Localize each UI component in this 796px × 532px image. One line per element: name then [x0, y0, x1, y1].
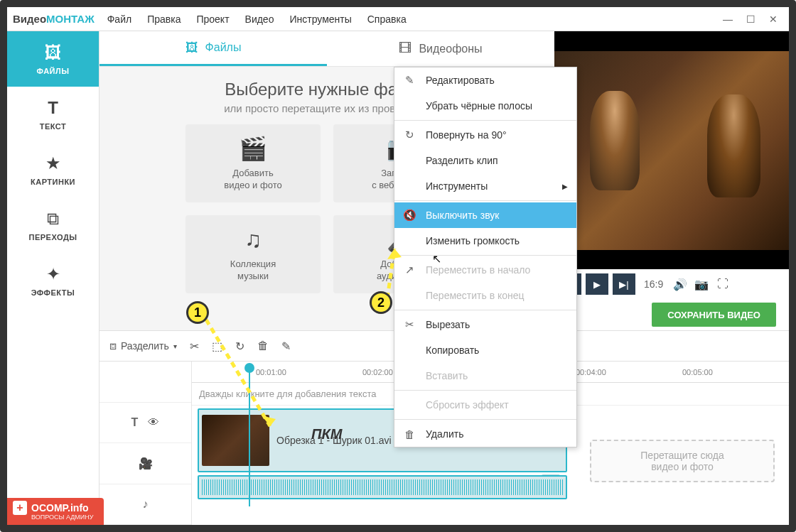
card-add-video[interactable]: 🎬Добавить видео и фото	[185, 124, 321, 202]
tab-videobg[interactable]: 🎞Видеофоны	[327, 31, 554, 66]
transitions-icon: ⧉	[47, 209, 59, 229]
minimize-button[interactable]: —	[718, 11, 738, 27]
menu-edit[interactable]: Правка	[147, 13, 181, 25]
annotation-marker-2: 2	[370, 291, 392, 314]
audio-clip[interactable]	[198, 475, 567, 499]
text-track-icon: T	[131, 416, 139, 429]
drop-zone[interactable]: Перетащите сюда видео и фото	[590, 440, 775, 482]
ctx-rotate[interactable]: ↻Повернуть на 90°	[394, 122, 576, 148]
split-icon: ⧈	[109, 340, 117, 352]
menu-tools[interactable]: Инструменты	[289, 13, 351, 25]
ctx-move-start: ↗Переместить в начало	[394, 257, 576, 283]
picture-icon: 🖼	[185, 40, 198, 55]
ctx-delete[interactable]: 🗑Удалить	[394, 421, 576, 447]
annotation-marker-1: 1	[186, 301, 209, 324]
main-menu: Файл Правка Проект Видео Инструменты Спр…	[107, 13, 718, 25]
maximize-button[interactable]: ☐	[741, 11, 760, 27]
ctx-cut[interactable]: ✂Вырезать	[394, 312, 576, 337]
ctx-paste: Вставить	[394, 363, 576, 389]
titlebar: ВидеоМОНТАЖ Файл Правка Проект Видео Инс…	[7, 7, 789, 31]
ctx-reset-effect: Сбросить эффект	[394, 392, 576, 418]
watermark: OCOMP.infoВОПРОСЫ АДМИНУ	[7, 498, 104, 525]
ctx-split[interactable]: Разделить клип	[394, 148, 576, 173]
play-button[interactable]: ▶	[586, 273, 608, 295]
mute-icon: 🔇	[403, 209, 416, 222]
sidebar-item-pictures[interactable]: ★КАРТИНКИ	[7, 142, 99, 197]
text-icon: T	[48, 98, 58, 118]
snapshot-icon[interactable]: 📷	[693, 276, 710, 293]
mouse-cursor-icon: ↖	[432, 252, 441, 266]
split-button[interactable]: ⧈Разделить▾	[109, 340, 177, 352]
video-preview	[554, 31, 789, 269]
rotate-icon: ↻	[403, 129, 416, 141]
svg-line-0	[206, 320, 270, 426]
cut-icon[interactable]: ✂	[190, 340, 199, 353]
ctx-remove-bars[interactable]: Убрать чёрные полосы	[394, 93, 576, 119]
eye-icon[interactable]: 👁	[148, 416, 159, 429]
star-icon: ★	[45, 153, 61, 173]
chevron-right-icon: ▶	[562, 183, 568, 190]
video-track-icon: 🎥	[139, 457, 153, 470]
context-menu: ✎Редактировать Убрать чёрные полосы ↻Пов…	[394, 67, 577, 447]
ctx-edit[interactable]: ✎Редактировать	[394, 67, 576, 93]
trash-icon: 🗑	[403, 428, 416, 440]
film-icon: 🎞	[399, 41, 412, 56]
pencil-icon: ✎	[403, 74, 416, 87]
save-video-button[interactable]: СОХРАНИТЬ ВИДЕО	[652, 303, 776, 327]
fullscreen-icon[interactable]: ⛶	[714, 276, 731, 293]
audio-track-icon: ♪	[143, 498, 149, 511]
scissors-icon: ✂	[403, 318, 416, 331]
menu-project[interactable]: Проект	[196, 13, 229, 25]
card-music[interactable]: ♫Коллекция музыки	[185, 215, 321, 293]
sidebar: 🖼ФАЙЛЫ TТЕКСТ ★КАРТИНКИ ⧉ПЕРЕХОДЫ ✦ЭФФЕК…	[7, 31, 100, 525]
sidebar-item-text[interactable]: TТЕКСТ	[7, 87, 99, 142]
ctx-volume[interactable]: Изменить громкость	[394, 228, 576, 254]
sidebar-item-files[interactable]: 🖼ФАЙЛЫ	[7, 31, 99, 87]
tab-files[interactable]: 🖼Файлы	[100, 31, 327, 66]
clapper-icon: 🎬	[239, 135, 267, 162]
image-icon: 🖼	[45, 43, 62, 63]
volume-icon[interactable]: 🔊	[672, 276, 689, 293]
preview-panel: |◀ ▶ ▶| 16:9 🔊 📷 ⛶ СОХРАНИТЬ ВИДЕО	[554, 31, 789, 330]
close-button[interactable]: ✕	[763, 11, 783, 27]
aspect-ratio[interactable]: 16:9	[644, 278, 663, 290]
svg-marker-3	[387, 249, 402, 259]
sidebar-item-transitions[interactable]: ⧉ПЕРЕХОДЫ	[7, 197, 99, 253]
wand-icon: ✦	[46, 264, 60, 284]
menu-file[interactable]: Файл	[107, 13, 131, 25]
menu-video[interactable]: Видео	[245, 13, 274, 25]
menu-help[interactable]: Справка	[367, 13, 407, 25]
music-icon: ♫	[244, 227, 262, 253]
app-logo: ВидеоМОНТАЖ	[13, 13, 95, 25]
ctx-move-end: Переместить в конец	[394, 283, 576, 308]
ctx-mute[interactable]: 🔇Выключить звук	[394, 202, 576, 228]
annotation-pkm: ПКМ	[311, 426, 342, 443]
ctx-copy[interactable]: Копировать	[394, 337, 576, 363]
next-button[interactable]: ▶|	[613, 273, 635, 295]
ctx-tools[interactable]: Инструменты▶	[394, 173, 576, 199]
sidebar-item-effects[interactable]: ✦ЭФФЕКТЫ	[7, 253, 99, 308]
